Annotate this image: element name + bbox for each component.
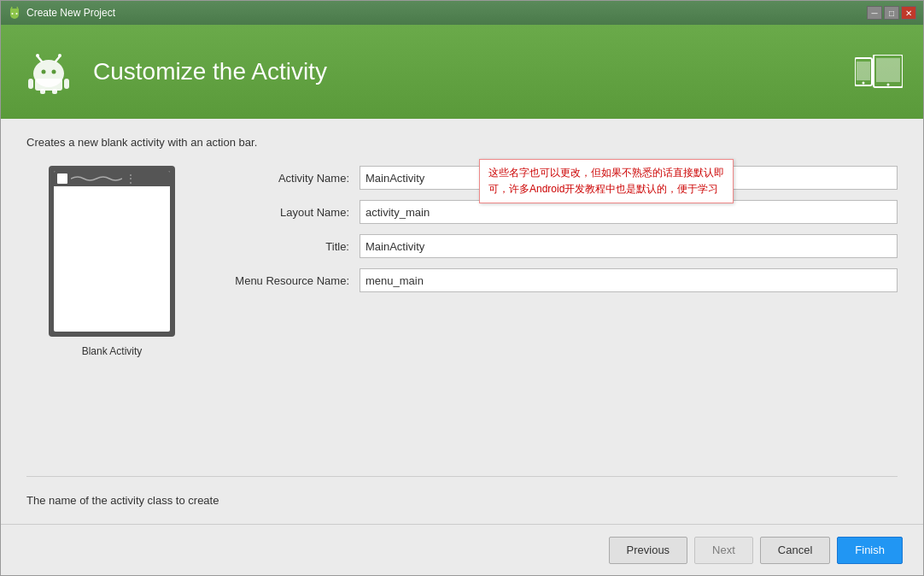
- toolbar-wave-icon: [71, 175, 122, 182]
- toolbar-dots-icon: ⋮: [126, 173, 136, 185]
- preview-label: Blank Activity: [82, 345, 143, 357]
- previous-button[interactable]: Previous: [609, 537, 688, 564]
- device-icons: [855, 55, 903, 89]
- cancel-button[interactable]: Cancel: [760, 537, 830, 564]
- svg-rect-19: [857, 62, 870, 80]
- tooltip-box: 这些名字也可以更改，但如果不熟悉的话直接默认即 可，许多Android开发教程中…: [479, 159, 734, 203]
- header: Customize the Activity: [1, 25, 923, 119]
- title-bar-icon: [8, 6, 21, 20]
- svg-point-20: [863, 82, 865, 85]
- tooltip-line2: 可，许多Android开发教程中也是默认的，便于学习: [488, 181, 724, 197]
- svg-line-3: [17, 7, 18, 9]
- phone-preview: ⋮: [49, 166, 175, 337]
- form-panel: 这些名字也可以更改，但如果不熟悉的话直接默认即 可，许多Android开发教程中…: [223, 166, 898, 459]
- next-button[interactable]: Next: [694, 537, 753, 564]
- title-label: Title:: [223, 240, 360, 253]
- title-bar-text: Create New Project: [26, 7, 867, 19]
- layout-name-label: Layout Name:: [223, 206, 360, 219]
- svg-rect-15: [64, 79, 69, 89]
- main-area: ⋮ Blank Activity 这些名字也可以更改，但如果不熟悉的话直接默认即…: [26, 166, 898, 459]
- content-area: Creates a new blank activity with an act…: [1, 119, 923, 524]
- phone-toolbar-bar: ⋮: [54, 171, 170, 186]
- svg-line-9: [56, 56, 60, 62]
- svg-line-7: [38, 56, 42, 62]
- svg-rect-13: [35, 79, 62, 91]
- tooltip: 这些名字也可以更改，但如果不熟悉的话直接默认即 可，许多Android开发教程中…: [479, 159, 734, 203]
- svg-line-2: [11, 7, 12, 9]
- svg-point-12: [52, 70, 56, 74]
- page-title: Customize the Activity: [93, 58, 855, 85]
- android-logo: [21, 44, 76, 99]
- maximize-button[interactable]: □: [884, 6, 899, 20]
- title-row: Title:: [223, 234, 898, 258]
- svg-rect-22: [876, 58, 900, 82]
- svg-point-8: [36, 54, 39, 57]
- minimize-button[interactable]: ─: [867, 6, 882, 20]
- bottom-note: The name of the activity class to create: [26, 494, 898, 507]
- divider: [26, 476, 898, 477]
- svg-point-5: [16, 13, 18, 15]
- phone-screen: ⋮: [54, 171, 170, 332]
- close-button[interactable]: ✕: [901, 6, 916, 20]
- activity-name-label: Activity Name:: [223, 172, 360, 185]
- finish-button[interactable]: Finish: [837, 537, 903, 564]
- svg-rect-14: [28, 79, 33, 89]
- preview-panel: ⋮ Blank Activity: [26, 166, 197, 459]
- svg-rect-16: [40, 89, 45, 94]
- toolbar-square-icon: [57, 173, 67, 184]
- description-text: Creates a new blank activity with an act…: [26, 136, 898, 149]
- title-input[interactable]: [360, 234, 898, 258]
- svg-point-10: [58, 54, 61, 57]
- title-bar: Create New Project ─ □ ✕: [1, 1, 923, 25]
- svg-rect-17: [52, 89, 57, 94]
- footer: Previous Next Cancel Finish: [1, 524, 923, 575]
- title-bar-controls: ─ □ ✕: [867, 6, 916, 20]
- svg-point-4: [12, 13, 14, 15]
- phone-content-area: [54, 186, 170, 272]
- menu-resource-row: Menu Resource Name:: [223, 268, 898, 292]
- tooltip-line1: 这些名字也可以更改，但如果不熟悉的话直接默认即: [488, 165, 724, 181]
- svg-point-11: [42, 70, 46, 74]
- main-window: Create New Project ─ □ ✕: [0, 0, 924, 576]
- menu-resource-input[interactable]: [360, 268, 898, 292]
- menu-resource-label: Menu Resource Name:: [223, 274, 360, 287]
- svg-point-23: [887, 84, 890, 86]
